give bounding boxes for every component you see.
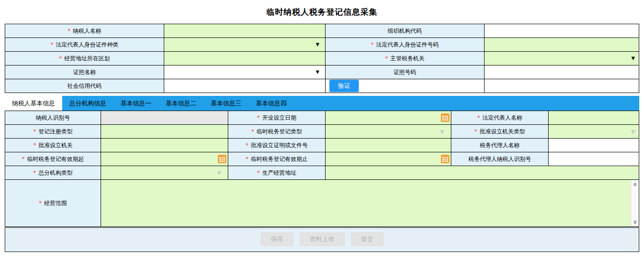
tab-basic-info-3[interactable]: 基本信息三 [204,96,249,111]
save-button[interactable]: 保存 [261,233,293,246]
legal-rep-id-number-input[interactable] [485,38,639,51]
approval-document-number-input[interactable] [326,139,451,152]
establish-date-input[interactable] [326,111,451,124]
tab-basic-info-1[interactable]: 基本信息一 [113,96,159,111]
label-business-address: * 生产经营地址 [228,166,326,179]
table-row: * 总分机构类型 ▼ * 生产经营地址 [5,166,639,180]
calendar-icon[interactable] [441,113,449,122]
required-marker: * [246,156,249,162]
chevron-down-icon[interactable]: ▼ [316,70,319,75]
license-number-input[interactable] [485,65,639,79]
label-text: 临时税务登记有效期起 [27,155,84,163]
form-container: * 纳税人名称 组织机构代码 * 法定代表人身份证件种类 ▼ * 法定代表人身份… [5,24,639,252]
table-row: * 登记注册类型 * 临时税务登记类型 ▼ * 批准设立机关类型 ▼ [5,125,639,139]
chevron-down-icon[interactable]: ▼ [440,129,444,134]
label-text: 生产经营地址 [262,169,297,177]
label-license-number: 证照号码 [326,65,485,79]
chevron-down-icon[interactable]: ▼ [316,42,319,47]
table-row: * 纳税人名称 组织机构代码 [5,24,639,38]
validity-start-input[interactable] [101,152,228,166]
label-approval-document-number: * 批准设立证明或文件号 [228,139,326,152]
required-marker: * [33,169,36,176]
required-marker: * [385,55,388,62]
required-marker: * [33,142,36,149]
tax-authority-select[interactable]: ▼ [485,52,639,65]
required-marker: * [51,41,54,48]
label-registration-type: * 登记注册类型 [5,125,101,138]
business-address-region-input[interactable] [164,52,326,65]
required-marker: * [371,41,374,48]
label-text: 组织机构代码 [388,27,422,35]
registration-header-table: * 纳税人名称 组织机构代码 * 法定代表人身份证件种类 ▼ * 法定代表人身份… [5,24,639,93]
label-text: 经营地址所在区划 [65,55,110,63]
table-row: * 批准设立机关 * 批准设立证明或文件号 税务代理人名称 [5,139,639,152]
org-code-input[interactable] [485,24,639,37]
temp-registration-type-select[interactable]: ▼ [326,125,451,138]
table-row: * 临时税务登记有效期起 * 临时税务登记有效期止 [5,152,639,166]
legal-rep-name-input[interactable] [549,111,639,124]
tax-agent-taxpayer-id-input[interactable] [549,152,639,166]
tab-basic-info-4[interactable]: 基本信息四 [249,96,294,111]
tax-agent-name-input[interactable] [549,139,639,152]
required-marker: * [257,114,260,121]
approval-authority-type-select[interactable]: ▼ [549,125,639,138]
label-text: 登记注册类型 [38,128,73,136]
scrollbar[interactable]: ∧ ∨ [631,180,639,226]
label-text: 证照号码 [393,68,416,76]
validity-end-input[interactable] [326,152,451,166]
label-text: 经营范围 [44,199,67,207]
label-validity-end: * 临时税务登记有效期止 [228,152,326,166]
label-text: 临时税务登记类型 [257,128,302,136]
label-approval-authority-type: * 批准设立机关类型 [451,125,549,138]
label-validity-start: * 临时税务登记有效期起 [5,152,101,166]
page-title: 临时纳税人税务登记信息采集 [0,7,644,18]
branch-type-select[interactable]: ▼ [101,166,228,179]
label-text: 总分机构类型 [38,169,73,177]
table-row: * 经营地址所在区划 * 主管税务机关 ▼ [5,52,639,65]
label-text: 法定代表人名称 [483,114,523,122]
label-tax-authority: * 主管税务机关 [326,52,485,65]
empty-cell [485,79,639,93]
label-text: 社会信用代码 [67,82,102,90]
tab-branch-org-info[interactable]: 总分机构信息 [62,96,113,111]
required-marker: * [477,114,480,121]
chevron-down-icon[interactable]: ▼ [631,56,635,61]
tab-basic-info-2[interactable]: 基本信息二 [159,96,204,111]
label-text: 批准设立机关 [38,141,73,149]
chevron-down-icon[interactable]: ▼ [631,129,635,134]
registration-type-input[interactable] [101,125,228,138]
calendar-icon[interactable] [441,155,449,163]
label-text: 法定代表人身份证件号码 [376,41,439,49]
table-row: 纳税人识别号 * 开业设立日期 * 法定代表人名称 [5,111,639,125]
label-text: 纳税人识别号 [36,114,70,122]
business-scope-textarea[interactable]: ∧ ∨ [101,180,639,226]
scroll-down-icon[interactable]: ∨ [633,219,637,225]
submit-button[interactable]: 提交 [351,233,383,246]
tab-bar: 纳税人基本信息 总分机构信息 基本信息一 基本信息二 基本信息三 基本信息四 [5,96,639,111]
calendar-icon[interactable] [218,155,226,163]
tab-taxpayer-basic-info[interactable]: 纳税人基本信息 [5,96,62,111]
upload-materials-button[interactable]: 资料上传 [300,233,345,246]
label-tax-agent-taxpayer-id: 税务代理人纳税人识别号 [451,152,549,166]
table-row: 证照名称 ▼ 证照号码 [5,65,639,79]
chevron-down-icon[interactable]: ▼ [217,170,221,176]
label-social-credit-code: 社会信用代码 [5,79,164,93]
scroll-up-icon[interactable]: ∧ [633,181,637,187]
footer-action-bar: 保存 资料上传 提交 [5,227,639,252]
social-credit-code-input[interactable] [164,79,326,93]
taxpayer-name-input[interactable] [164,24,326,37]
label-text: 开业设立日期 [262,114,297,122]
label-text: 主管税务机关 [391,55,425,63]
legal-rep-id-type-select[interactable]: ▼ [164,38,326,51]
label-text: 临时税务登记有效期止 [251,155,308,163]
label-text: 批准设立证明或文件号 [251,141,308,149]
label-branch-type: * 总分机构类型 [5,166,101,179]
required-marker: * [246,142,249,149]
verify-button[interactable]: 验证 [329,80,359,92]
label-business-address-region: * 经营地址所在区划 [5,52,164,65]
label-establish-date: * 开业设立日期 [228,111,326,124]
label-license-name: 证照名称 [5,65,164,79]
approval-authority-input[interactable] [101,139,228,152]
business-address-input[interactable] [326,166,639,179]
license-name-select[interactable]: ▼ [164,65,326,79]
